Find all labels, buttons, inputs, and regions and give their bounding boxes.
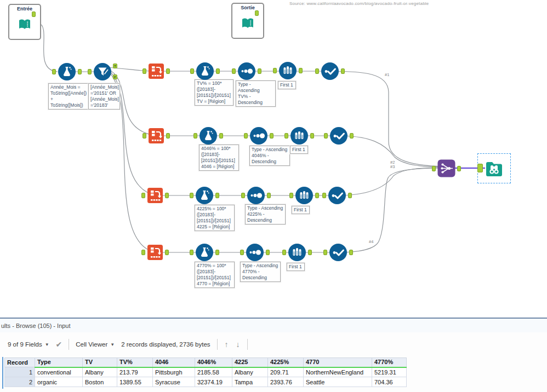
sort-tool[interactable]: [237, 62, 256, 83]
input-anchor[interactable]: [52, 69, 56, 74]
output-anchor[interactable]: [255, 10, 259, 16]
output-anchor[interactable]: [270, 133, 274, 139]
output-anchor[interactable]: [350, 133, 354, 139]
table-cell[interactable]: NorthernNewEngland: [304, 367, 372, 377]
sample-tool-icon[interactable]: [288, 243, 306, 262]
formula-annotation[interactable]: 4046% = 100* ([20183]- [20151])/[20151] …: [199, 145, 239, 171]
formula-tool-icon[interactable]: [199, 126, 218, 145]
record-number-cell[interactable]: 2: [5, 377, 35, 387]
browse-tool[interactable]: [484, 158, 504, 181]
sort-annotation[interactable]: Type - Ascending 4225% - Descending: [245, 204, 286, 224]
column-header[interactable]: 4770%: [372, 358, 407, 367]
input-anchor[interactable]: [273, 68, 277, 73]
sort-tool-icon[interactable]: [237, 62, 256, 80]
crosstab-tool[interactable]: [148, 128, 164, 146]
apply-button[interactable]: ✔: [53, 338, 66, 351]
sort-annotation[interactable]: Type - Ascending 4046% - Descending: [249, 146, 290, 166]
unique-tool[interactable]: [329, 126, 348, 147]
table-cell[interactable]: conventional: [35, 367, 83, 377]
output-anchor[interactable]: [215, 193, 219, 198]
column-header[interactable]: 4046%: [195, 358, 232, 367]
crosstab-tool-icon[interactable]: [147, 187, 163, 204]
sort-tool-icon[interactable]: [249, 126, 268, 145]
output-anchor[interactable]: [216, 68, 220, 74]
unique-tool[interactable]: [329, 243, 347, 264]
input-anchor[interactable]: [315, 68, 319, 74]
workflow-canvas[interactable]: Source: www.californiaavocado.com/blog/a…: [0, 0, 547, 318]
formula-annotation[interactable]: Année_Mois = ToString([Année]) + ToStrin…: [48, 83, 88, 109]
output-anchor[interactable]: [32, 11, 36, 17]
formula-tool-icon[interactable]: [58, 62, 76, 81]
output-anchor[interactable]: [341, 68, 345, 74]
input-anchor[interactable]: [88, 69, 92, 74]
input-container[interactable]: Entrée: [8, 4, 41, 40]
formula-tool-icon[interactable]: [196, 62, 214, 80]
input-data-icon[interactable]: [18, 17, 32, 31]
input-anchor[interactable]: [141, 250, 145, 255]
table-cell[interactable]: 2393.76: [268, 377, 304, 387]
sort-tool-icon[interactable]: [247, 186, 265, 205]
arrow-down-icon[interactable]: ↓: [232, 340, 244, 349]
output-anchor[interactable]: [266, 250, 270, 255]
unique-tool-icon[interactable]: [329, 243, 347, 262]
output-anchor[interactable]: [215, 250, 219, 255]
input-anchor[interactable]: [240, 250, 244, 255]
table-cell[interactable]: Seattle: [304, 377, 372, 387]
table-cell[interactable]: Boston: [83, 377, 117, 387]
column-header[interactable]: Record: [5, 358, 35, 367]
input-anchor[interactable]: [190, 193, 193, 198]
sample-tool[interactable]: [278, 61, 297, 82]
formula-annotation[interactable]: 4770% = 100* ([20183]- [20151])/[20151] …: [195, 262, 235, 288]
table-cell[interactable]: Tampa: [232, 377, 268, 387]
sort-tool[interactable]: [247, 186, 265, 207]
input-anchor[interactable]: [143, 68, 146, 74]
unique-tool[interactable]: [328, 186, 346, 207]
output-anchor[interactable]: [457, 166, 461, 171]
output-anchor[interactable]: [308, 250, 312, 255]
column-header[interactable]: 4225: [232, 358, 268, 367]
table-cell[interactable]: 704.36: [372, 377, 407, 387]
union-tool[interactable]: [437, 159, 455, 180]
output-anchor[interactable]: [348, 193, 352, 198]
union-tool-icon[interactable]: [437, 159, 455, 177]
output-container[interactable]: Sortie: [231, 3, 264, 39]
input-anchor[interactable]: [190, 250, 193, 255]
fields-dropdown[interactable]: 9 of 9 Fields ▼: [4, 339, 53, 350]
column-header[interactable]: 4046: [153, 358, 195, 367]
input-anchor[interactable]: [232, 68, 236, 74]
output-anchor[interactable]: [299, 68, 303, 73]
input-anchor[interactable]: [324, 133, 328, 139]
column-header[interactable]: TV: [83, 358, 117, 367]
filter-false-anchor[interactable]: F: [113, 74, 117, 79]
crosstab-tool[interactable]: [147, 244, 163, 263]
output-anchor[interactable]: [166, 133, 170, 139]
unique-tool-icon[interactable]: [328, 186, 346, 205]
unique-tool-icon[interactable]: [321, 62, 339, 80]
input-anchor[interactable]: [323, 250, 327, 255]
table-cell[interactable]: Albany: [232, 367, 268, 377]
sort-annotation[interactable]: Type - Ascending TV% - Descending: [236, 80, 276, 107]
formula-tool[interactable]: [58, 62, 76, 83]
sample-annotation[interactable]: First 1: [287, 263, 305, 271]
table-cell[interactable]: organic: [35, 377, 83, 387]
output-anchor[interactable]: [310, 133, 314, 139]
table-cell[interactable]: 2185.58: [195, 367, 232, 377]
output-anchor[interactable]: [219, 133, 223, 139]
column-header[interactable]: Type: [35, 358, 83, 367]
formula-annotation[interactable]: TV% = 100* ([20183]- [20151])/[20151] TV…: [195, 79, 233, 106]
formula-tool-icon[interactable]: [195, 186, 214, 205]
filter-tool-icon[interactable]: [93, 62, 112, 81]
input-anchor[interactable]: [241, 193, 245, 198]
column-header[interactable]: 4225%: [268, 358, 304, 367]
input-anchor[interactable]: [322, 193, 326, 198]
sample-annotation[interactable]: First 1: [292, 206, 310, 214]
filter-tool[interactable]: T F: [93, 62, 112, 83]
formula-tool[interactable]: [195, 243, 214, 264]
input-anchor[interactable]: [477, 164, 483, 172]
input-anchor[interactable]: [282, 250, 286, 255]
sort-tool[interactable]: [246, 243, 264, 264]
input-anchor[interactable]: [190, 68, 194, 74]
formula-annotation[interactable]: 4225% = 100* ([20183]- [20151])/[20151] …: [195, 205, 235, 231]
crosstab-tool[interactable]: [147, 187, 163, 206]
input-anchor[interactable]: [289, 193, 293, 198]
